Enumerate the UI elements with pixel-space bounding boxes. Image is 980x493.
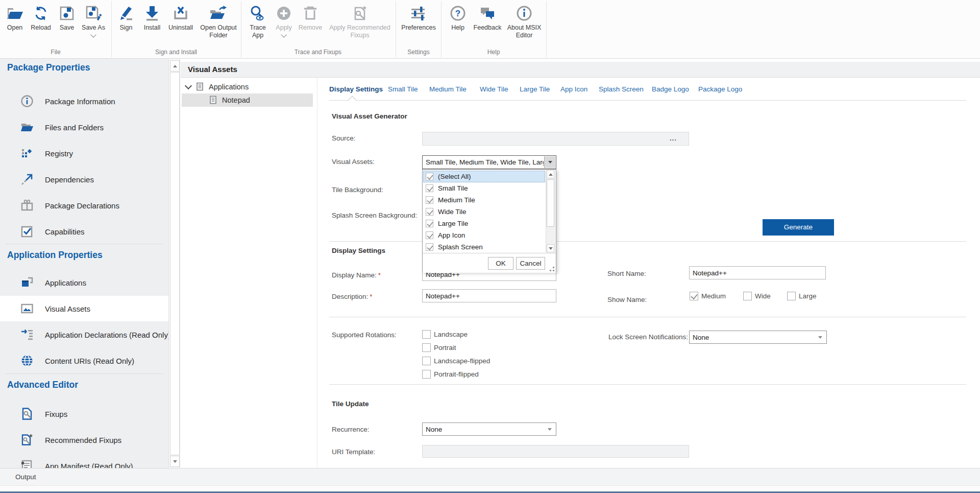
dropdown-item-select-all[interactable]: (Select All) — [423, 171, 545, 182]
help-button[interactable]: ? Help — [444, 3, 472, 32]
app-icon-checkbox[interactable] — [426, 231, 433, 239]
tree-node-notepad[interactable]: Notepad — [182, 93, 313, 107]
apply-recommended-fixups-button[interactable]: Apply Recommended Fixups — [326, 3, 394, 39]
tree-expand-icon[interactable] — [185, 82, 192, 89]
tab-large-tile[interactable]: Large Tile — [520, 85, 550, 93]
recurrence-dropdown[interactable]: None — [422, 422, 556, 436]
reload-button[interactable]: Reload — [27, 3, 55, 32]
short-name-input[interactable] — [689, 266, 826, 279]
tab-splash-screen[interactable]: Splash Screen — [599, 85, 644, 93]
section-divider — [329, 317, 966, 317]
browse-button[interactable]: ... — [670, 134, 677, 142]
dropdown-item-splash-screen[interactable]: Splash Screen — [423, 241, 545, 253]
sidebar-scrollbar[interactable] — [168, 59, 180, 468]
open-button[interactable]: Open — [3, 3, 27, 32]
save-as-button[interactable]: Save As — [77, 3, 110, 37]
scroll-up-button[interactable] — [547, 170, 554, 178]
dropdown-item-small-tile[interactable]: Small Tile — [423, 182, 545, 194]
small-tile-checkbox[interactable] — [426, 184, 433, 192]
open-output-folder-label: Open Output Folder — [198, 24, 239, 39]
preferences-label: Preferences — [401, 24, 435, 32]
active-tab-notch — [348, 96, 357, 105]
sidebar-item-app-manifest[interactable]: App Manifest (Read Only) — [0, 453, 168, 468]
rotation-portrait-checkbox[interactable] — [422, 343, 431, 352]
sidebar-item-visual-assets[interactable]: Visual Assets — [0, 296, 168, 321]
description-label: Description:* — [332, 293, 373, 300]
sidebar-item-files-and-folders[interactable]: Files and Folders — [0, 114, 168, 140]
scroll-down-button[interactable] — [547, 244, 554, 252]
visual-assets-dropdown-panel: (Select All) Small Tile Medium Tile Wide… — [422, 169, 556, 272]
sidebar-item-label: Package Declarations — [45, 201, 119, 210]
uri-template-input[interactable] — [422, 445, 689, 458]
tab-display-settings[interactable]: Display Settings — [329, 85, 383, 93]
dropdown-item-label: Splash Screen — [438, 243, 483, 251]
sidebar-item-label: Capabilities — [45, 227, 85, 236]
sidebar-item-fixups[interactable]: Fixups — [0, 401, 168, 427]
generate-button[interactable]: Generate — [763, 219, 834, 236]
dropdown-scrollbar[interactable] — [546, 170, 555, 252]
install-label: Install — [144, 24, 161, 32]
trace-app-button[interactable]: Trace App — [243, 3, 272, 39]
about-info-icon — [516, 3, 532, 24]
dropdown-item-app-icon[interactable]: App Icon — [423, 229, 545, 241]
sign-button[interactable]: Sign — [113, 3, 139, 32]
tree-node-applications[interactable]: Applications — [186, 80, 249, 93]
tab-small-tile[interactable]: Small Tile — [388, 85, 418, 93]
lock-screen-notifications-dropdown[interactable]: None — [689, 331, 827, 344]
visual-assets-combo[interactable]: Small Tile, Medium Tile, Wide Tile, Larg… — [422, 155, 556, 169]
splash-screen-checkbox[interactable] — [426, 243, 433, 251]
uninstall-button[interactable]: Uninstall — [165, 3, 197, 32]
show-name-large-checkbox[interactable] — [787, 292, 796, 300]
sidebar-item-application-declarations[interactable]: Application Declarations (Read Only) — [0, 322, 168, 347]
rotation-landscape-checkbox[interactable] — [422, 330, 431, 339]
fixups-star-doc-icon — [20, 433, 34, 447]
open-output-folder-button[interactable]: Open Output Folder — [198, 3, 239, 39]
sidebar-item-content-uris[interactable]: Content URIs (Read Only) — [0, 348, 168, 373]
scrollbar-thumb[interactable] — [547, 179, 554, 227]
output-panel-bar[interactable]: Output — [0, 468, 980, 485]
sidebar-item-capabilities[interactable]: Capabilities — [0, 219, 168, 244]
sidebar-item-package-declarations[interactable]: Package Declarations — [0, 193, 168, 218]
rotation-landscape-flipped-checkbox[interactable] — [422, 357, 431, 365]
scroll-down-button[interactable] — [170, 456, 180, 467]
tree-node-label: Applications — [209, 83, 249, 91]
dropdown-item-medium-tile[interactable]: Medium Tile — [423, 194, 545, 206]
tab-medium-tile[interactable]: Medium Tile — [429, 85, 467, 93]
about-msix-editor-button[interactable]: About MSIX Editor — [503, 3, 546, 39]
sidebar-item-package-information[interactable]: Package Information — [0, 88, 168, 114]
preferences-button[interactable]: Preferences — [398, 3, 439, 32]
sidebar-item-recommended-fixups[interactable]: Recommended Fixups — [0, 427, 168, 453]
ok-button[interactable]: OK — [488, 257, 513, 270]
remove-button[interactable]: Remove — [296, 3, 325, 32]
sidebar-item-registry[interactable]: Registry — [0, 140, 168, 166]
combo-dropdown-button[interactable] — [544, 156, 555, 168]
tab-badge-logo[interactable]: Badge Logo — [652, 85, 689, 93]
apply-button[interactable]: Apply — [272, 3, 296, 37]
required-asterisk: * — [370, 293, 372, 300]
dropdown-item-wide-tile[interactable]: Wide Tile — [423, 206, 545, 218]
install-button[interactable]: Install — [138, 3, 166, 32]
save-button[interactable]: Save — [55, 3, 79, 32]
sidebar-item-applications[interactable]: Applications — [0, 270, 168, 295]
rotation-portrait-flipped-checkbox[interactable] — [422, 370, 431, 379]
large-tile-checkbox[interactable] — [426, 220, 433, 227]
show-name-medium-checkbox[interactable] — [690, 292, 698, 300]
source-input[interactable] — [422, 132, 689, 146]
scroll-up-button[interactable] — [170, 60, 180, 72]
tab-wide-tile[interactable]: Wide Tile — [480, 85, 508, 93]
resize-grip[interactable] — [553, 270, 554, 271]
medium-tile-checkbox[interactable] — [426, 196, 433, 204]
sidebar-item-dependencies[interactable]: Dependencies — [0, 167, 168, 192]
show-name-wide-checkbox[interactable] — [743, 292, 752, 300]
description-input[interactable] — [422, 289, 556, 302]
feedback-button[interactable]: Feedback — [471, 3, 504, 32]
recurrence-label: Recurrence: — [332, 426, 370, 433]
dropdown-item-large-tile[interactable]: Large Tile — [423, 218, 545, 229]
scrollbar-thumb[interactable] — [170, 72, 180, 455]
visual-asset-generator-heading: Visual Asset Generator — [332, 112, 407, 120]
select-all-checkbox[interactable] — [426, 173, 433, 180]
tab-app-icon[interactable]: App Icon — [560, 85, 587, 93]
cancel-button[interactable]: Cancel — [516, 257, 545, 270]
tab-package-logo[interactable]: Package Logo — [698, 85, 742, 93]
wide-tile-checkbox[interactable] — [426, 208, 433, 216]
